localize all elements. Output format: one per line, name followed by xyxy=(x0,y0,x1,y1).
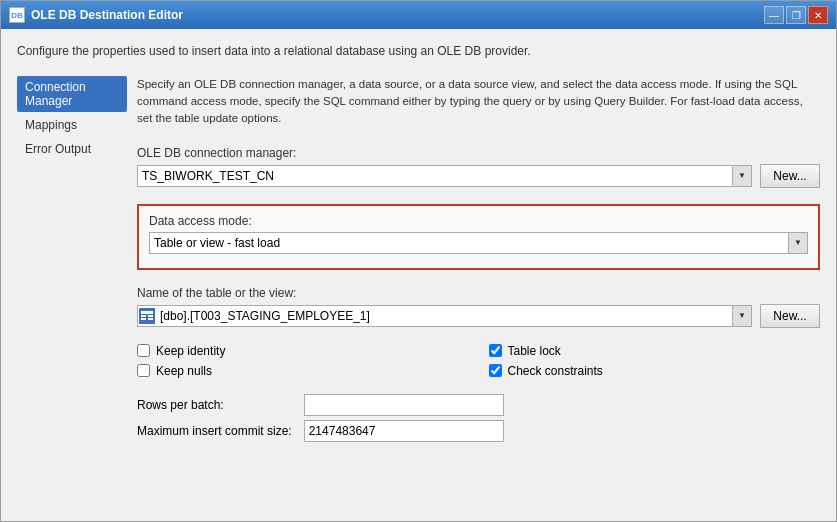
restore-button[interactable]: ❐ xyxy=(786,6,806,24)
sidebar-item-connection-manager[interactable]: Connection Manager xyxy=(17,76,127,112)
sidebar-item-error-output[interactable]: Error Output xyxy=(17,138,127,160)
connection-manager-group: OLE DB connection manager: TS_BIWORK_TES… xyxy=(137,146,820,188)
options-grid: Keep identity Table lock Keep nulls Chec… xyxy=(137,344,820,378)
connection-manager-label: OLE DB connection manager: xyxy=(137,146,820,160)
sidebar-label-connection-manager: Connection Manager xyxy=(25,80,86,108)
new-table-button[interactable]: New... xyxy=(760,304,820,328)
max-insert-input[interactable] xyxy=(304,420,504,442)
max-insert-label: Maximum insert commit size: xyxy=(137,424,292,438)
data-access-mode-select[interactable]: Table or view - fast load xyxy=(149,232,808,254)
main-area: Connection Manager Mappings Error Output… xyxy=(17,76,820,511)
highlighted-section: Data access mode: Table or view - fast l… xyxy=(137,204,820,270)
window-icon: DB xyxy=(9,7,25,23)
table-name-row: [dbo].[T003_STAGING_EMPLOYEE_1] xyxy=(137,304,820,328)
minimize-button[interactable]: — xyxy=(764,6,784,24)
table-lock-option: Table lock xyxy=(489,344,821,358)
window-content: Configure the properties used to insert … xyxy=(1,29,836,521)
keep-identity-option: Keep identity xyxy=(137,344,469,358)
table-lock-checkbox[interactable] xyxy=(489,344,502,357)
table-name-group: Name of the table or the view: [dbo].[T0… xyxy=(137,286,820,328)
keep-nulls-option: Keep nulls xyxy=(137,364,469,378)
table-lock-label: Table lock xyxy=(508,344,561,358)
rows-per-batch-input[interactable] xyxy=(304,394,504,416)
rows-grid: Rows per batch: Maximum insert commit si… xyxy=(137,394,820,442)
sidebar-label-error-output: Error Output xyxy=(25,142,91,156)
content-area: Specify an OLE DB connection manager, a … xyxy=(137,76,820,511)
table-select[interactable]: [dbo].[T003_STAGING_EMPLOYEE_1] xyxy=(137,305,752,327)
title-bar: DB OLE DB Destination Editor — ❐ ✕ xyxy=(1,1,836,29)
sidebar-label-mappings: Mappings xyxy=(25,118,77,132)
sidebar: Connection Manager Mappings Error Output xyxy=(17,76,137,511)
close-button[interactable]: ✕ xyxy=(808,6,828,24)
rows-per-batch-label: Rows per batch: xyxy=(137,398,292,412)
window-icon-text: DB xyxy=(11,11,23,20)
table-name-label: Name of the table or the view: xyxy=(137,286,820,300)
check-constraints-option: Check constraints xyxy=(489,364,821,378)
data-access-mode-group: Data access mode: Table or view - fast l… xyxy=(149,214,808,254)
new-connection-button[interactable]: New... xyxy=(760,164,820,188)
keep-nulls-label: Keep nulls xyxy=(156,364,212,378)
data-access-mode-label: Data access mode: xyxy=(149,214,808,228)
check-constraints-checkbox[interactable] xyxy=(489,364,502,377)
keep-identity-checkbox[interactable] xyxy=(137,344,150,357)
keep-nulls-checkbox[interactable] xyxy=(137,364,150,377)
info-text: Specify an OLE DB connection manager, a … xyxy=(137,76,820,128)
sidebar-item-mappings[interactable]: Mappings xyxy=(17,114,127,136)
check-constraints-label: Check constraints xyxy=(508,364,603,378)
top-description: Configure the properties used to insert … xyxy=(17,43,820,60)
keep-identity-label: Keep identity xyxy=(156,344,225,358)
connection-manager-row: TS_BIWORK_TEST_CN ▼ New... xyxy=(137,164,820,188)
connection-manager-select-wrapper: TS_BIWORK_TEST_CN ▼ xyxy=(137,165,752,187)
connection-manager-select[interactable]: TS_BIWORK_TEST_CN xyxy=(137,165,752,187)
title-bar-left: DB OLE DB Destination Editor xyxy=(9,7,183,23)
title-controls: — ❐ ✕ xyxy=(764,6,828,24)
window-title: OLE DB Destination Editor xyxy=(31,8,183,22)
main-window: DB OLE DB Destination Editor — ❐ ✕ Confi… xyxy=(0,0,837,522)
data-access-mode-select-wrapper: Table or view - fast load ▼ xyxy=(149,232,808,254)
table-select-wrapper: [dbo].[T003_STAGING_EMPLOYEE_1] xyxy=(137,305,752,327)
